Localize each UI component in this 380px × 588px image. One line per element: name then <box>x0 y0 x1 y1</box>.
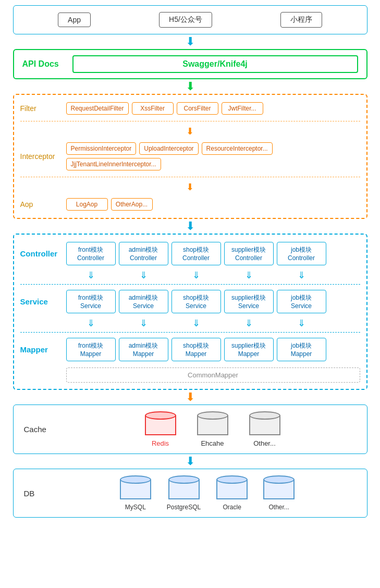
db-mysql: MySQL <box>120 475 151 511</box>
aop-item-1: OtherAop... <box>111 198 153 211</box>
db-other: Other... <box>263 475 295 511</box>
aop-row: Aop LogAop OtherAop... <box>20 196 360 213</box>
mapper-row: Mapper front模块Mapper admin模块Mapper shop模… <box>20 336 360 363</box>
controller-label: Controller <box>20 249 62 258</box>
interceptor-item-0: PermissionInterceptor <box>66 142 137 155</box>
fia-box: Filter RequestDetailFilter XssFilter Cor… <box>13 94 367 219</box>
ehcahe-cylinder <box>197 411 228 437</box>
mapper-items: front模块Mapper admin模块Mapper shop模块Mapper… <box>66 338 326 361</box>
arrow-cache-to-db: ⬇ <box>186 454 195 469</box>
interceptor-item-2: ResourceInterceptor... <box>202 142 273 155</box>
service-item-1: admin模块Service <box>119 290 168 313</box>
filter-item-1: XssFilter <box>132 102 174 115</box>
interceptor-label: Interceptor <box>20 152 62 161</box>
arrow-api-to-fia: ⬇ <box>186 79 195 94</box>
service-label: Service <box>20 297 62 306</box>
db-postgresql: PostgreSQL <box>167 475 201 511</box>
cache-ehcahe: Ehcahe <box>197 411 228 447</box>
filter-item-3: JwtFilter... <box>222 102 263 115</box>
aop-label: Aop <box>20 200 62 209</box>
controller-row: Controller front模块Controller admin模块Cont… <box>20 240 360 267</box>
interceptor-items: PermissionInterceptor UploadInterceptor … <box>66 142 360 170</box>
cache-label: Cache <box>24 425 60 434</box>
cache-box: Cache Redis Ehcahe <box>13 405 367 454</box>
db-label: DB <box>24 489 50 498</box>
controller-item-4: job模块Controller <box>277 242 326 265</box>
service-item-2: shop模块Service <box>171 290 221 313</box>
filter-row: Filter RequestDetailFilter XssFilter Cor… <box>20 100 360 117</box>
cache-items: Redis Ehcahe Other... <box>69 411 357 447</box>
client-h5: H5/公众号 <box>159 12 212 28</box>
clients-box: App H5/公众号 小程序 <box>13 5 367 34</box>
mapper-item-3: supplier模块Mapper <box>224 338 274 361</box>
csm-box: Controller front模块Controller admin模块Cont… <box>13 234 367 390</box>
mysql-cylinder <box>120 475 151 501</box>
controller-item-3: supplier模块Controller <box>224 242 274 265</box>
mapper-item-0: front模块Mapper <box>66 338 116 361</box>
client-miniapp: 小程序 <box>280 12 322 28</box>
cache-other-label: Other... <box>253 439 276 447</box>
mysql-label: MySQL <box>125 504 146 511</box>
service-item-3: supplier模块Service <box>224 290 274 313</box>
filter-item-2: CorsFilter <box>177 102 218 115</box>
controller-items: front模块Controller admin模块Controller shop… <box>66 242 326 265</box>
controller-item-1: admin模块Controller <box>119 242 168 265</box>
interceptor-item-1: UploadInterceptor <box>139 142 198 155</box>
arrow-filter-to-interceptor: ⬇ <box>20 126 360 137</box>
arrow-clients-to-api: ⬇ <box>186 34 195 49</box>
mapper-item-1: admin模块Mapper <box>119 338 168 361</box>
filter-item-0: RequestDetailFilter <box>66 102 129 115</box>
client-app: App <box>58 13 91 27</box>
interceptor-item-3: JjjTenantLineInnerInterceptor... <box>66 158 161 170</box>
db-other-cylinder <box>263 475 295 501</box>
postgresql-cylinder <box>168 475 200 501</box>
cache-other: Other... <box>249 411 280 447</box>
common-mapper-box: CommonMapper <box>66 368 360 383</box>
oracle-label: Oracle <box>223 504 241 511</box>
mapper-item-2: shop模块Mapper <box>171 338 221 361</box>
db-other-label: Other... <box>269 504 289 511</box>
postgresql-label: PostgreSQL <box>167 504 201 511</box>
arrow-interceptor-to-aop: ⬇ <box>20 181 360 193</box>
swagger-box: Swagger/Knife4j <box>72 55 358 73</box>
filter-label: Filter <box>20 104 62 113</box>
mapper-item-4: job模块Mapper <box>277 338 326 361</box>
interceptor-row: Interceptor PermissionInterceptor Upload… <box>20 140 360 173</box>
ehcahe-label: Ehcahe <box>201 439 224 447</box>
controller-item-0: front模块Controller <box>66 242 116 265</box>
oracle-cylinder <box>216 475 248 501</box>
api-docs-label: API Docs <box>22 59 64 69</box>
redis-label: Redis <box>152 439 169 447</box>
aop-items: LogAop OtherAop... <box>66 198 153 211</box>
arrow-csm-to-cache: ⬇ <box>186 390 195 405</box>
filter-items: RequestDetailFilter XssFilter CorsFilter… <box>66 102 263 115</box>
architecture-diagram: App H5/公众号 小程序 ⬇ API Docs Swagger/Knife4… <box>5 5 375 518</box>
service-row: Service front模块Service admin模块Service sh… <box>20 288 360 315</box>
controller-item-2: shop模块Controller <box>171 242 221 265</box>
db-oracle: Oracle <box>216 475 248 511</box>
cache-other-cylinder <box>249 411 280 437</box>
mapper-label: Mapper <box>20 345 62 354</box>
redis-cylinder <box>145 411 176 437</box>
service-item-4: job模块Service <box>277 290 326 313</box>
arrows-service-to-mapper: ⇓ ⇓ ⇓ ⇓ ⇓ <box>20 317 360 329</box>
service-items: front模块Service admin模块Service shop模块Serv… <box>66 290 326 313</box>
db-box: DB MySQL PostgreSQL <box>13 469 367 518</box>
arrows-controller-to-service: ⇓ ⇓ ⇓ ⇓ ⇓ <box>20 270 360 281</box>
db-items: MySQL PostgreSQL Oracle <box>58 475 357 511</box>
arrow-fia-to-csm: ⬇ <box>186 219 195 234</box>
cache-redis: Redis <box>145 411 176 447</box>
service-item-0: front模块Service <box>66 290 116 313</box>
aop-item-0: LogAop <box>66 198 108 211</box>
api-docs-box: API Docs Swagger/Knife4j <box>13 49 367 79</box>
